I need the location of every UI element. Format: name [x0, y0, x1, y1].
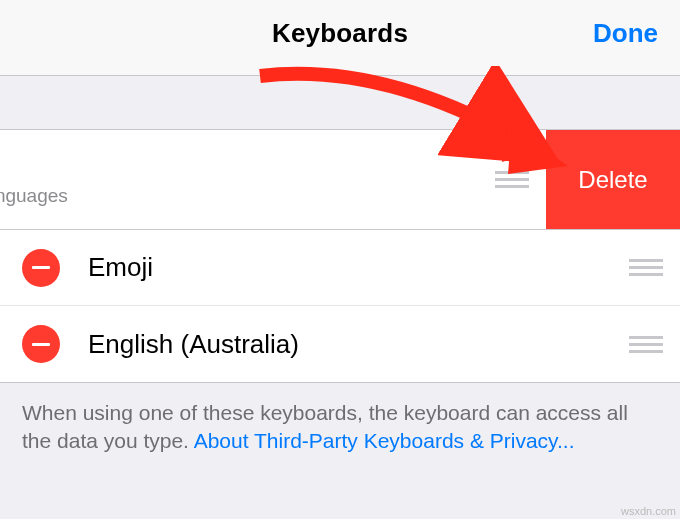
- keyboard-row-emoji[interactable]: Emoji: [0, 230, 680, 306]
- footer-note: When using one of these keyboards, the k…: [0, 383, 680, 472]
- keyboard-name-partial: oard: [0, 152, 432, 183]
- keyboard-row-swiped[interactable]: oard tiple languages Delete: [0, 130, 680, 230]
- section-gap: [0, 76, 680, 129]
- done-button[interactable]: Done: [593, 18, 658, 49]
- keyboards-list: oard tiple languages Delete Emoji Englis…: [0, 129, 680, 383]
- reorder-handle-icon[interactable]: [626, 259, 666, 276]
- delete-button[interactable]: Delete: [546, 130, 680, 229]
- watermark: wsxdn.com: [621, 505, 676, 517]
- remove-icon[interactable]: [22, 325, 60, 363]
- keyboard-name: English (Australia): [88, 329, 626, 360]
- navigation-bar: Keyboards Done: [0, 0, 680, 76]
- keyboard-row-english-australia[interactable]: English (Australia): [0, 306, 680, 382]
- privacy-link[interactable]: About Third-Party Keyboards & Privacy...: [194, 429, 575, 452]
- keyboard-row-content: oard tiple languages: [0, 152, 432, 207]
- keyboard-name: Emoji: [88, 252, 626, 283]
- remove-icon[interactable]: [22, 249, 60, 287]
- reorder-handle-icon[interactable]: [626, 336, 666, 353]
- page-title: Keyboards: [272, 18, 408, 49]
- reorder-handle-icon[interactable]: [492, 171, 532, 188]
- keyboard-subtitle-partial: tiple languages: [0, 185, 432, 207]
